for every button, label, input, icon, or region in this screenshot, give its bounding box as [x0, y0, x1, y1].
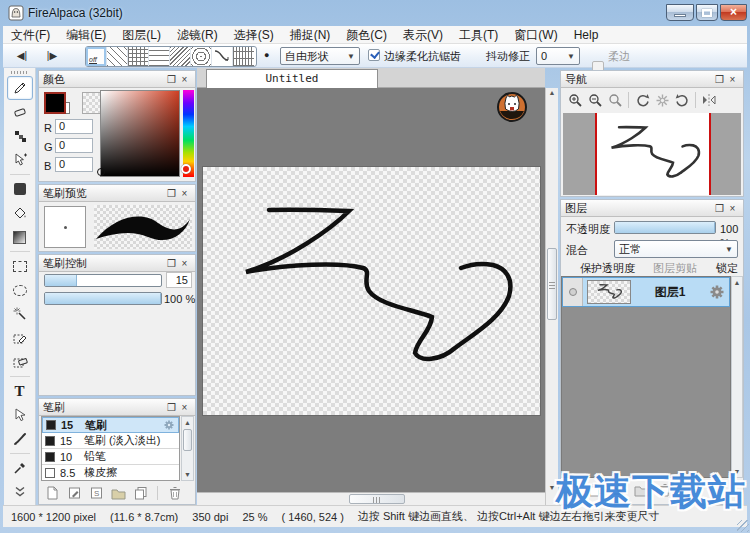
saturation-value-picker[interactable] — [100, 90, 180, 177]
brush-list-item[interactable]: 15 笔刷 — [42, 417, 179, 433]
canvas[interactable] — [203, 167, 540, 415]
pen-tool-button[interactable] — [7, 76, 33, 100]
menu-edit[interactable]: 编辑(E) — [58, 26, 114, 43]
pattern-circles-button[interactable] — [191, 47, 212, 66]
zoom-out-button[interactable] — [585, 90, 605, 110]
float-panel-icon[interactable]: ❐ — [165, 72, 178, 87]
layer-opacity-slider[interactable] — [614, 221, 716, 234]
select-pen-tool-button[interactable] — [7, 326, 33, 350]
delete-brush-button[interactable] — [166, 485, 183, 501]
eraser-tool-button[interactable] — [7, 100, 33, 124]
float-panel-icon[interactable]: ❐ — [713, 72, 726, 87]
menu-file[interactable]: 文件(F) — [3, 26, 58, 43]
titlebar[interactable]: FireAlpaca (32bit) × — [0, 0, 750, 26]
more-tools-button[interactable] — [7, 480, 33, 504]
menu-help[interactable]: Help — [566, 26, 607, 43]
brush-size-value[interactable]: 15 — [166, 272, 192, 288]
drag-handle-icon[interactable] — [11, 71, 29, 74]
canvas-tab[interactable]: Untitled — [206, 69, 378, 88]
select-rect-tool-button[interactable] — [7, 254, 33, 278]
menu-snap[interactable]: 捕捉(N) — [282, 26, 339, 43]
scroll-up-icon[interactable]: ▲ — [546, 89, 558, 96]
vscrollbar-thumb[interactable] — [547, 248, 557, 320]
brush-list-scrollbar[interactable]: ▲ ▼ — [181, 416, 194, 481]
rotate-cw-button[interactable] — [672, 90, 692, 110]
scroll-up-icon[interactable]: ▲ — [182, 417, 193, 428]
pattern-diagonal-button[interactable] — [170, 47, 191, 66]
zoom-in-button[interactable] — [565, 90, 585, 110]
gear-icon[interactable] — [163, 419, 175, 431]
close-button[interactable]: × — [720, 4, 747, 21]
scrollbar-thumb[interactable] — [183, 429, 192, 451]
brush-folder-button[interactable] — [110, 485, 127, 501]
close-panel-icon[interactable]: × — [726, 201, 739, 216]
select-eraser-tool-button[interactable] — [7, 350, 33, 374]
pattern-fence-button[interactable] — [233, 47, 254, 66]
new-brush-button[interactable] — [44, 485, 61, 501]
blend-mode-select[interactable]: ▼ 正常 — [614, 240, 738, 258]
fill-tool-button[interactable] — [7, 177, 33, 201]
menu-filter[interactable]: 滤镜(R) — [169, 26, 226, 43]
g-input[interactable]: 0 — [55, 138, 93, 153]
dot-tool-button[interactable] — [7, 124, 33, 148]
close-panel-icon[interactable]: × — [178, 400, 191, 415]
pattern-hatch-button[interactable] — [107, 47, 128, 66]
brush-list-item[interactable]: 10 铅笔 — [42, 449, 179, 465]
hue-slider-handle[interactable] — [181, 164, 191, 174]
scroll-down-icon[interactable]: ▼ — [182, 469, 193, 480]
gear-icon[interactable] — [709, 284, 725, 300]
canvas-hscrollbar[interactable] — [197, 492, 545, 505]
navigator-thumbnail[interactable] — [563, 113, 741, 195]
layer-item[interactable]: 图层1 — [562, 277, 730, 307]
next-panel-button[interactable]: |▶ — [40, 48, 64, 64]
foreground-color-swatch[interactable] — [44, 92, 66, 114]
menu-select[interactable]: 选择(S) — [226, 26, 282, 43]
curve-tool-button[interactable] — [7, 427, 33, 451]
pattern-curve-button[interactable] — [212, 47, 233, 66]
float-panel-icon[interactable]: ❐ — [165, 256, 178, 271]
flip-view-button[interactable] — [699, 90, 719, 110]
shape-select[interactable]: ▼ 自由形状 — [280, 47, 360, 65]
zoom-reset-button[interactable] — [605, 90, 625, 110]
gradient-tool-button[interactable] — [7, 225, 33, 249]
brush-dot-button[interactable]: ● — [264, 50, 269, 60]
brush-size-slider[interactable] — [44, 274, 162, 287]
float-panel-icon[interactable]: ❐ — [165, 400, 178, 415]
menu-color[interactable]: 颜色(C) — [338, 26, 395, 43]
duplicate-brush-button[interactable] — [132, 485, 149, 501]
b-input[interactable]: 0 — [55, 157, 93, 172]
jitter-select[interactable]: ▼ 0 — [536, 47, 580, 65]
maximize-button[interactable] — [696, 4, 718, 21]
minimize-button[interactable] — [666, 4, 694, 21]
prev-panel-button[interactable]: ◀| — [10, 48, 34, 64]
text-tool-button[interactable]: T — [7, 379, 33, 403]
alpaca-mascot-icon[interactable] — [497, 92, 527, 122]
r-input[interactable]: 0 — [55, 119, 93, 134]
pattern-grid-button[interactable] — [128, 47, 149, 66]
operation-tool-button[interactable] — [7, 403, 33, 427]
eyedropper-tool-button[interactable] — [7, 456, 33, 480]
menu-layer[interactable]: 图层(L) — [114, 26, 169, 43]
float-panel-icon[interactable]: ❐ — [713, 201, 726, 216]
menu-window[interactable]: 窗口(W) — [506, 26, 565, 43]
brush-list-item[interactable]: 15 笔刷 (淡入淡出) — [42, 433, 179, 449]
resize-grip[interactable] — [737, 520, 749, 532]
bucket-tool-button[interactable] — [7, 201, 33, 225]
edit-brush-button[interactable] — [66, 485, 83, 501]
brush-opacity-slider[interactable] — [44, 292, 162, 305]
hscrollbar-thumb[interactable] — [349, 494, 405, 504]
brush-list-item[interactable]: 8.5 橡皮擦 — [42, 465, 179, 481]
script-brush-button[interactable]: S — [88, 485, 105, 501]
move-tool-button[interactable] — [7, 148, 33, 172]
layer-list-scrollbar[interactable]: ▲ ▼ — [731, 276, 743, 478]
float-panel-icon[interactable]: ❐ — [165, 186, 178, 201]
antialias-checkbox[interactable] — [368, 49, 380, 61]
canvas-vscrollbar[interactable]: ▲ ▼ — [545, 88, 558, 505]
close-panel-icon[interactable]: × — [726, 72, 739, 87]
rotate-ccw-button[interactable] — [632, 90, 652, 110]
close-panel-icon[interactable]: × — [178, 186, 191, 201]
menu-view[interactable]: 表示(V) — [395, 26, 451, 43]
reset-rotation-button[interactable] — [652, 90, 672, 110]
pattern-off-button[interactable]: off — [86, 47, 107, 66]
close-panel-icon[interactable]: × — [178, 256, 191, 271]
